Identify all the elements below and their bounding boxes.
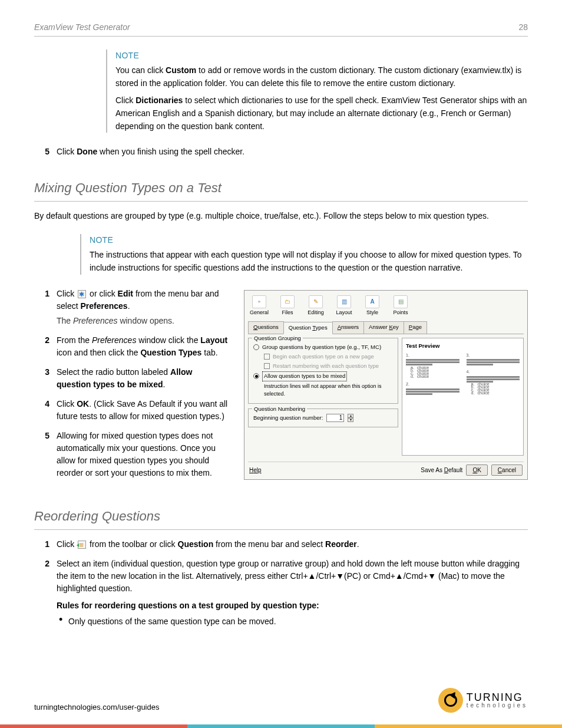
step-number: 5: [34, 146, 57, 158]
page-footer: turningtechnologies.com/user-guides TURN…: [34, 688, 528, 713]
step-body: Select the radio button labeled Allow qu…: [57, 366, 229, 391]
question-grouping-fieldset: Question Grouping Group questions by que…: [248, 338, 398, 404]
mix-step-1: 1 Click or click Edit from the menu bar …: [34, 288, 229, 327]
section-title-mixing: Mixing Question Types on a Test: [34, 178, 528, 202]
checkbox-icon: [264, 354, 270, 360]
dialog-tabs: Questions Question Types Answers Answer …: [248, 321, 524, 334]
note-mixing: NOTE The instructions that appear with e…: [80, 234, 528, 274]
step-body: Click or click Edit from the menu bar an…: [57, 288, 229, 327]
tab-question-types[interactable]: Question Types: [283, 322, 333, 334]
footer-url: turningtechnologies.com/user-guides: [34, 701, 159, 713]
toolbar-item-points[interactable]: ▤Points: [389, 295, 412, 317]
preview-question: 1. choice choice choice choice: [406, 353, 459, 378]
checkbox-icon: [264, 363, 270, 369]
step-spellcheck-5: 5 Click Done when you finish using the s…: [34, 146, 528, 158]
general-icon: ▫: [252, 295, 266, 308]
check-new-page[interactable]: Begin each question type on a new page: [264, 353, 393, 361]
step-body: Click from the toolbar or click Question…: [57, 538, 528, 551]
preview-question: 2.: [406, 381, 459, 395]
note-para: You can click Custom to add or remove wo…: [115, 64, 528, 90]
step-result: The Preferences window opens.: [57, 315, 229, 327]
spin-label: Beginning question number:: [253, 414, 323, 422]
toolbar-item-layout[interactable]: ▥Layout: [333, 295, 355, 317]
spinner-buttons[interactable]: ▴▾: [348, 414, 353, 422]
step-number: 5: [34, 430, 57, 479]
legend: Question Numbering: [252, 405, 307, 413]
radio-group-by-type[interactable]: Group questions by question type (e.g., …: [253, 343, 393, 351]
beginning-number-input[interactable]: [326, 414, 344, 422]
mixing-intro: By default questions are grouped by type…: [34, 210, 528, 222]
header-product: ExamView Test Generator: [34, 21, 130, 34]
note-para: The instructions that appear with each q…: [90, 249, 528, 274]
toolbar-item-editing[interactable]: ✎Editing: [305, 295, 327, 317]
note-label: NOTE: [90, 234, 528, 246]
preview-question: 3.: [467, 353, 520, 366]
reorder-step-2: 2 Select an item (individual question, q…: [34, 558, 528, 631]
toolbar-item-general[interactable]: ▫General: [248, 295, 270, 317]
note-para: Click Dictionaries to select which dicti…: [115, 94, 528, 133]
section-title-reordering: Reordering Questions: [34, 506, 528, 530]
preview-question: 4. choice choice choice choice: [467, 369, 520, 395]
step-body: Click Done when you finish using the spe…: [57, 146, 528, 158]
rules-list: Only questions of the same question type…: [57, 615, 528, 628]
step-body: Select an item (individual question, que…: [57, 558, 528, 631]
layout-icon: ▥: [337, 295, 351, 308]
beginning-number-row: Beginning question number: ▴▾: [253, 414, 393, 422]
dialog-button-row: Help Save As Default OK Cancel: [248, 462, 524, 476]
mix-step-5: 5 Allowing for mixed question types does…: [34, 430, 229, 479]
rule-item: Only questions of the same question type…: [68, 615, 528, 628]
note-spellcheck: NOTE You can click Custom to add or remo…: [106, 50, 528, 133]
note-label: NOTE: [115, 50, 528, 62]
mix-step-3: 3 Select the radio button labeled Allow …: [34, 366, 229, 391]
radio-icon: [253, 373, 259, 379]
question-numbering-fieldset: Question Numbering Beginning question nu…: [248, 409, 398, 427]
step-body: From the Preferences window click the La…: [57, 334, 229, 359]
help-link[interactable]: Help: [249, 466, 262, 475]
hint-text: Instruction lines will not appear when t…: [264, 383, 393, 398]
step-number: 2: [34, 558, 57, 631]
files-icon: 🗀: [280, 295, 295, 308]
radio-allow-mixed[interactable]: Allow question types to be mixed: [253, 371, 393, 381]
step-number: 4: [34, 398, 57, 423]
logo-text: TURNING technologies: [467, 692, 528, 709]
editing-icon: ✎: [309, 295, 323, 308]
mix-step-2: 2 From the Preferences window click the …: [34, 334, 229, 359]
ok-button[interactable]: OK: [466, 465, 487, 476]
step-body: Click OK. (Click Save As Default if you …: [57, 398, 229, 423]
test-preview-pane: Test Preview 1. choice choice choice cho…: [402, 338, 524, 456]
mix-step-4: 4 Click OK. (Click Save As Default if yo…: [34, 398, 229, 423]
dialog-toolbar: ▫General 🗀Files ✎Editing ▥Layout AStyle …: [248, 294, 524, 321]
page-header: ExamView Test Generator 28: [34, 21, 528, 37]
step-number: 1: [34, 538, 57, 551]
logo-mark-icon: [438, 688, 463, 713]
step-body: Allowing for mixed question types does n…: [57, 430, 229, 479]
radio-icon: [253, 344, 259, 350]
tab-page[interactable]: Page: [404, 321, 427, 333]
points-icon: ▤: [394, 295, 408, 308]
style-icon: A: [365, 295, 379, 308]
preferences-dialog: ▫General 🗀Files ✎Editing ▥Layout AStyle …: [244, 290, 528, 480]
tab-answer-key[interactable]: Answer Key: [363, 321, 404, 333]
step-number: 1: [34, 288, 57, 327]
legend: Question Grouping: [252, 334, 303, 342]
cancel-button[interactable]: Cancel: [491, 465, 523, 476]
step-number: 2: [34, 334, 57, 359]
tab-questions[interactable]: Questions: [248, 321, 284, 333]
rules-heading: Rules for reordering questions on a test…: [57, 599, 528, 612]
toolbar-item-files[interactable]: 🗀Files: [276, 295, 299, 317]
step-number: 3: [34, 366, 57, 391]
header-page-number: 28: [518, 21, 528, 34]
toolbar-item-style[interactable]: AStyle: [361, 295, 384, 317]
preview-title: Test Preview: [406, 342, 520, 350]
preferences-icon: [78, 290, 86, 298]
footer-accent-bar: [0, 724, 562, 728]
reorder-step-1: 1 Click from the toolbar or click Questi…: [34, 538, 528, 551]
turning-logo: TURNING technologies: [438, 688, 528, 713]
check-restart-numbering[interactable]: Restart numbering with each question typ…: [264, 362, 393, 370]
save-default-label: Save As Default: [421, 466, 462, 475]
tab-answers[interactable]: Answers: [332, 321, 364, 333]
reorder-icon: [78, 541, 86, 549]
